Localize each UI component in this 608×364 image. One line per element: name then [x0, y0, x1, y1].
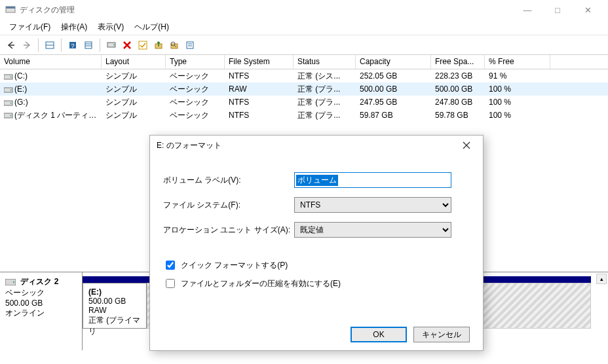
list-icon[interactable]	[81, 38, 96, 52]
volume-label-label: ボリューム ラベル(V):	[163, 175, 294, 186]
forward-icon[interactable]	[20, 38, 34, 52]
svg-point-12	[113, 44, 115, 45]
folder-up-icon[interactable]	[151, 38, 166, 52]
quick-format-checkbox[interactable]	[166, 261, 175, 270]
view-panes-icon[interactable]	[43, 38, 57, 52]
svg-point-30	[13, 282, 14, 283]
col-capacity[interactable]: Capacity	[356, 55, 431, 69]
volume-row[interactable]: (C:)シンプルベーシックNTFS正常 (シス...252.05 GB228.2…	[0, 69, 608, 82]
svg-rect-8	[85, 42, 92, 48]
col-filesystem[interactable]: File System	[225, 55, 294, 69]
compression-label: ファイルとフォルダーの圧縮を有効にする(E)	[181, 278, 341, 289]
disk-type: ベーシック	[5, 288, 45, 297]
col-volume[interactable]: Volume	[0, 55, 102, 69]
disk-icon[interactable]	[104, 38, 119, 52]
allocation-select[interactable]: 既定値	[294, 222, 451, 238]
volbox-label: (E:)	[88, 287, 102, 297]
minimize-button[interactable]: —	[512, 0, 542, 20]
svg-rect-18	[187, 42, 193, 48]
cancel-button[interactable]: キャンセル	[413, 327, 470, 342]
svg-point-26	[10, 102, 12, 103]
volume-label-input[interactable]: ボリューム	[296, 175, 338, 186]
filesystem-label: ファイル システム(F):	[163, 200, 294, 211]
delete-icon[interactable]	[120, 38, 134, 52]
svg-text:?: ?	[71, 43, 74, 49]
filesystem-select[interactable]: NTFS	[294, 197, 451, 213]
ok-button[interactable]: OK	[351, 327, 407, 342]
svg-rect-15	[171, 44, 178, 48]
back-icon[interactable]	[4, 38, 18, 52]
volume-box-e[interactable]: (E:) 500.00 GB RAW 正常 (プライマリ	[83, 283, 147, 329]
dialog-close-button[interactable]	[457, 136, 476, 155]
scroll-up-button[interactable]: ▴	[596, 274, 607, 284]
svg-point-28	[10, 115, 12, 117]
dialog-title: E: のフォーマット	[157, 140, 457, 151]
compression-checkbox[interactable]	[166, 279, 175, 288]
volbox-status: 正常 (プライマリ	[88, 316, 140, 336]
menu-file[interactable]: ファイル(F)	[4, 20, 56, 34]
volume-row[interactable]: (G:)シンプルベーシックNTFS正常 (プラ...247.95 GB247.8…	[0, 96, 608, 109]
volume-row[interactable]: (ディスク 1 パーティシ...シンプルベーシックNTFS正常 (プラ...59…	[0, 109, 608, 122]
close-button[interactable]: ✕	[573, 0, 603, 20]
dialog-titlebar: E: のフォーマット	[150, 136, 483, 155]
svg-point-22	[10, 76, 12, 77]
format-dialog: E: のフォーマット ボリューム ラベル(V): ボリューム ファイル システム…	[149, 135, 484, 351]
window-titlebar: ディスクの管理 — □ ✕	[0, 0, 608, 20]
disk-size: 500.00 GB	[5, 299, 43, 308]
window-title: ディスクの管理	[20, 5, 512, 16]
col-status[interactable]: Status	[294, 55, 356, 69]
col-freespace[interactable]: Free Spa...	[431, 55, 485, 69]
allocation-label: アロケーション ユニット サイズ(A):	[163, 225, 294, 236]
properties-icon[interactable]	[183, 38, 197, 52]
menu-help[interactable]: ヘルプ(H)	[129, 20, 174, 34]
search-icon[interactable]	[167, 38, 181, 52]
disk-drive-icon	[5, 278, 16, 286]
volbox-size: 500.00 GB RAW	[88, 297, 126, 315]
svg-rect-13	[139, 41, 147, 49]
menu-view[interactable]: 表示(V)	[92, 20, 129, 34]
app-icon	[5, 5, 16, 15]
svg-rect-1	[6, 7, 15, 9]
maximize-button[interactable]: □	[542, 0, 573, 20]
col-pctfree[interactable]: % Free	[485, 55, 550, 69]
disk-info: ディスク 2 ベーシック 500.00 GB オンライン	[0, 272, 83, 350]
volume-row[interactable]: (E:)シンプルベーシックRAW正常 (プラ...500.00 GB500.00…	[0, 82, 608, 96]
quick-format-label: クイック フォーマットする(P)	[181, 260, 288, 271]
toolbar: ?	[0, 35, 608, 55]
col-layout[interactable]: Layout	[102, 55, 166, 69]
disk-state: オンライン	[5, 308, 45, 318]
volume-list: (C:)シンプルベーシックNTFS正常 (シス...252.05 GB228.2…	[0, 69, 608, 122]
svg-point-24	[10, 89, 12, 90]
help-icon[interactable]: ?	[66, 38, 80, 52]
menu-bar: ファイル(F) 操作(A) 表示(V) ヘルプ(H)	[0, 20, 608, 35]
check-icon[interactable]	[136, 38, 150, 52]
volume-list-header: Volume Layout Type File System Status Ca…	[0, 55, 608, 69]
menu-action[interactable]: 操作(A)	[56, 20, 92, 34]
disk-name: ディスク 2	[20, 277, 58, 286]
col-type[interactable]: Type	[166, 55, 225, 69]
